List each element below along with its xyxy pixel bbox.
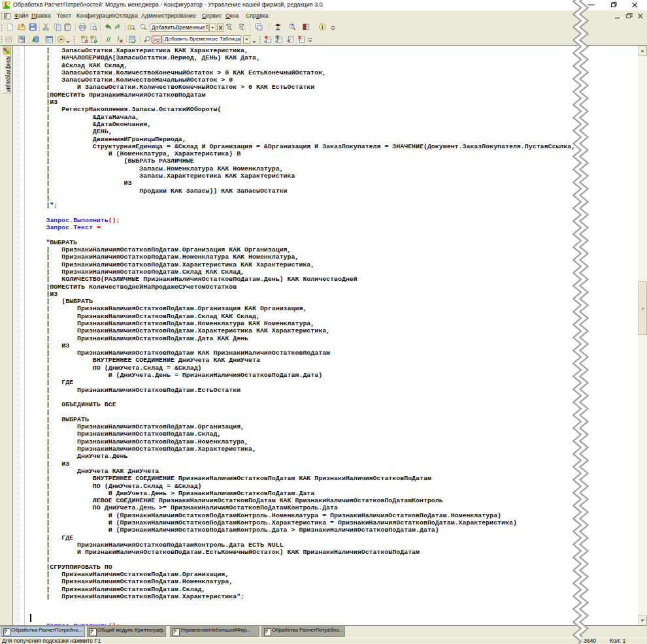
svg-text:?: ?	[276, 35, 278, 39]
svg-text:?: ?	[291, 24, 293, 28]
svg-text:РС: РС	[154, 38, 160, 42]
